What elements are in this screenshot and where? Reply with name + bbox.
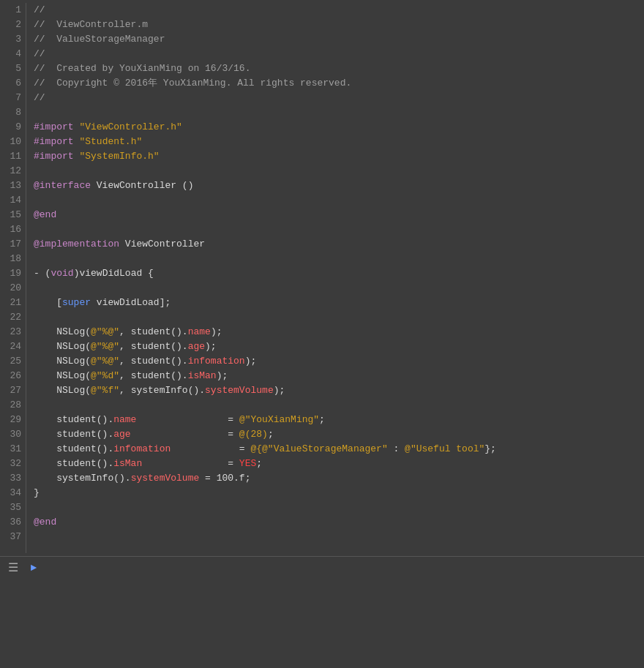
token: @end [34,209,56,220]
code-line [34,530,644,544]
line-number: 31 [3,442,21,457]
code-line: #import "ViewController.h" [34,120,644,135]
token: // ValueStorageManager [34,34,165,45]
token: @(28) [239,429,268,440]
toolbar-icon-menu[interactable]: ☰ [6,560,20,575]
token: = [131,429,239,440]
code-line: // [34,3,644,18]
token: - ( [34,268,50,279]
token: : [388,443,405,454]
line-number: 35 [3,500,21,515]
toolbar-bottom: ☰ ► [0,556,644,578]
token: )viewDidLoad { [74,268,154,279]
code-line: #import "SystemInfo.h" [34,149,644,164]
code-line: @end [34,208,644,222]
line-number: 15 [3,208,21,222]
token: = [136,414,239,425]
token: = [171,443,250,454]
line-number: 12 [3,164,21,179]
token: @"%@" [91,326,119,337]
code-line: student().name = @"YouXianMing"; [34,413,644,427]
line-number: 32 [3,457,21,471]
code-line: [super viewDidLoad]; [34,296,644,310]
line-number: 30 [3,427,21,442]
token: ); [205,341,217,352]
code-line: student().isMan = YES; [34,457,644,471]
line-number: 4 [3,47,21,61]
line-number: 1 [3,3,21,18]
token: @{@"ValueStorageManager" [250,443,387,454]
token: systemVolume [205,385,274,396]
line-number: 18 [3,252,21,266]
line-number: 6 [3,76,21,91]
code-line: systemInfo().systemVolume = 100.f; [34,471,644,486]
token: @"Useful tool" [405,443,484,454]
token: @interface [34,180,91,191]
token: [ [34,297,62,308]
token: ; [319,414,325,425]
line-number: 17 [3,237,21,252]
token: = [142,458,239,469]
code-lines: //// ViewController.m// ValueStorageMana… [26,3,644,553]
token: NSLog( [34,385,91,396]
token: // [34,48,45,59]
line-number: 25 [3,354,21,369]
line-number: 7 [3,91,21,105]
token: ; [256,458,262,469]
line-number: 10 [3,135,21,149]
line-number: 16 [3,222,21,237]
token: // [34,92,45,103]
token: student(). [34,443,113,454]
line-number: 20 [3,281,21,296]
token: , student(). [119,356,188,367]
line-number: 13 [3,179,21,193]
toolbar-icon-play[interactable]: ► [26,560,41,575]
line-number: 11 [3,149,21,164]
line-number: 9 [3,120,21,135]
line-number: 8 [3,105,21,120]
line-number: 28 [3,398,21,413]
token: @"%d" [91,370,119,381]
white-space-area [0,578,644,668]
line-number: 37 [3,530,21,544]
token: NSLog( [34,326,91,337]
token: NSLog( [34,370,91,381]
token: // ViewController.m [34,19,148,30]
code-line: @interface ViewController () [34,179,644,193]
token: // Created by YouXianMing on 16/3/16. [34,63,250,74]
line-number: 3 [3,32,21,47]
token: #import [34,121,74,132]
code-line: #import "Student.h" [34,135,644,149]
token: super [62,297,91,308]
token: systemInfo(). [34,473,131,484]
code-line: NSLog(@"%d", student().isMan); [34,369,644,383]
code-line: // Created by YouXianMing on 16/3/16. [34,61,644,76]
code-line: NSLog(@"%@", student().infomation); [34,354,644,369]
code-line [34,252,644,266]
line-number: 26 [3,369,21,383]
token: isMan [113,458,142,469]
line-number: 36 [3,515,21,530]
code-line [34,193,644,208]
token: viewDidLoad]; [91,297,171,308]
code-line: } [34,486,644,500]
code-line: NSLog(@"%f", systemInfo().systemVolume); [34,383,644,398]
token: ViewController [119,239,205,249]
token: systemVolume [131,473,200,484]
line-number: 19 [3,266,21,281]
token: @"%@" [91,341,119,352]
token: ); [217,370,228,381]
code-line [34,222,644,237]
token: @"YouXianMing" [239,414,319,425]
token: "SystemInfo.h" [79,151,159,162]
editor-container: 1234567891011121314151617181920212223242… [0,0,644,668]
token: age [188,341,205,352]
code-line: student().infomation = @{@"ValueStorageM… [34,442,644,457]
token: #import [34,151,74,162]
code-line: // Copyright © 2016年 YouXianMing. All ri… [34,76,644,91]
line-number: 34 [3,486,21,500]
token: YES [239,458,256,469]
code-line: NSLog(@"%@", student().age); [34,339,644,354]
line-number: 29 [3,413,21,427]
token: @"%@" [91,356,119,367]
